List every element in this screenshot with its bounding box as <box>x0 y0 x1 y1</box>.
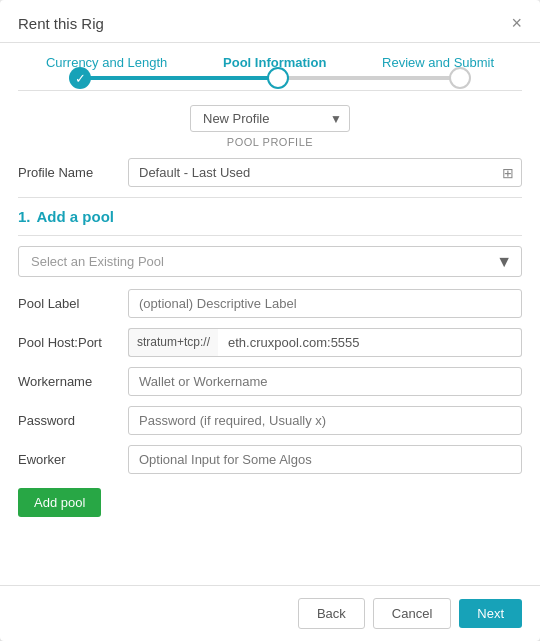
step1-dot <box>69 67 91 89</box>
password-input[interactable] <box>128 406 522 435</box>
password-row: Password <box>18 406 522 435</box>
pool-protocol: stratum+tcp:// <box>128 328 218 357</box>
modal-body: New Profile ▼ POOL PROFILE Profile Name … <box>0 91 540 585</box>
workername-input[interactable] <box>128 367 522 396</box>
step1-label[interactable]: Currency and Length <box>46 55 167 70</box>
modal-title: Rent this Rig <box>18 15 104 32</box>
eworker-label: Eworker <box>18 452 128 467</box>
pool-label-row: Pool Label <box>18 289 522 318</box>
profile-row: New Profile ▼ <box>18 105 522 132</box>
eworker-input[interactable] <box>128 445 522 474</box>
pool-profile-label: POOL PROFILE <box>18 136 522 148</box>
step3-dot <box>449 67 471 89</box>
progress-bar-wrapper <box>0 70 540 90</box>
workername-label: Workername <box>18 374 128 389</box>
pool-host-label: Pool Host:Port <box>18 335 128 350</box>
steps-nav: Currency and Length Pool Information Rev… <box>0 43 540 70</box>
pool-host-input[interactable] <box>218 328 522 357</box>
eworker-row: Eworker <box>18 445 522 474</box>
pool-host-row: Pool Host:Port stratum+tcp:// <box>18 328 522 357</box>
pool-label-input[interactable] <box>128 289 522 318</box>
step3-label[interactable]: Review and Submit <box>382 55 494 70</box>
profile-name-label: Profile Name <box>18 165 128 180</box>
cancel-button[interactable]: Cancel <box>373 598 451 629</box>
add-pool-title: 1.Add a pool <box>18 208 522 225</box>
section-divider <box>18 197 522 198</box>
edit-icon: ⊞ <box>502 165 514 181</box>
back-button[interactable]: Back <box>298 598 365 629</box>
existing-pool-select-wrapper: Select an Existing Pool ▼ <box>18 246 522 277</box>
section-title-text: Add a pool <box>37 208 115 225</box>
add-pool-divider <box>18 235 522 236</box>
profile-name-row: Profile Name ⊞ <box>18 158 522 187</box>
profile-name-wrapper: ⊞ <box>128 158 522 187</box>
profile-select-wrapper: New Profile ▼ <box>190 105 350 132</box>
pool-label-label: Pool Label <box>18 296 128 311</box>
workername-row: Workername <box>18 367 522 396</box>
step2-dot <box>267 67 289 89</box>
modal-header: Rent this Rig × <box>0 0 540 43</box>
pool-host-inputs: stratum+tcp:// <box>128 328 522 357</box>
existing-pool-select[interactable]: Select an Existing Pool <box>18 246 522 277</box>
profile-name-input[interactable] <box>128 158 522 187</box>
add-pool-button[interactable]: Add pool <box>18 488 101 517</box>
progress-track <box>80 76 460 80</box>
progress-fill <box>80 76 278 80</box>
close-button[interactable]: × <box>511 14 522 32</box>
password-label: Password <box>18 413 128 428</box>
profile-select[interactable]: New Profile <box>190 105 350 132</box>
rent-rig-modal: Rent this Rig × Currency and Length Pool… <box>0 0 540 641</box>
modal-footer: Back Cancel Next <box>0 585 540 641</box>
next-button[interactable]: Next <box>459 599 522 628</box>
section-number: 1. <box>18 208 31 225</box>
